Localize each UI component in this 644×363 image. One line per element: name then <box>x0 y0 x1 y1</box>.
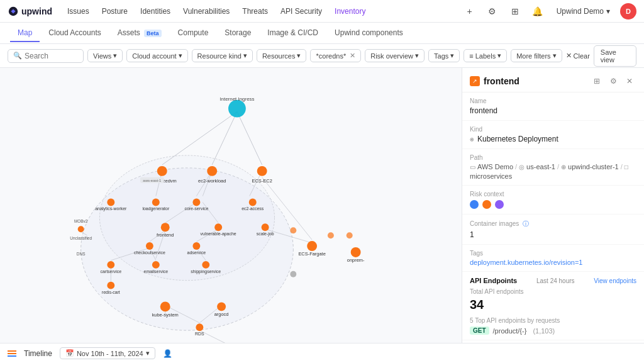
svg-point-61 <box>107 282 114 289</box>
svg-point-81 <box>290 271 296 277</box>
beta-badge: Beta <box>144 30 162 37</box>
menu-icon[interactable] <box>8 350 16 357</box>
search-input[interactable] <box>25 52 78 60</box>
svg-point-73 <box>351 247 361 257</box>
resource-kind-filter[interactable]: Resource kind ▾ <box>192 49 253 62</box>
panel-close-button[interactable]: ✕ <box>623 74 636 88</box>
svg-text:ec2-access: ec2-access <box>242 206 264 211</box>
main-content: Internet Ingress dockerizedvm ec2-worklo… <box>0 68 644 343</box>
avatar[interactable]: D <box>620 3 636 20</box>
tags-value: deployment.kubernetes.io/revision=1 <box>470 259 636 266</box>
tab-cloud-accounts[interactable]: Cloud Accounts <box>41 25 108 42</box>
detail-panel: ↗ frontend ⊞ ⚙ ✕ Name frontend Kind ⎈ Ku… <box>462 68 644 343</box>
svg-point-79 <box>290 227 296 233</box>
path-aws-demo: AWS Demo <box>477 163 513 170</box>
timeline-label: Timeline <box>24 349 52 358</box>
svg-point-29 <box>157 166 167 176</box>
panel-title: frontend <box>484 76 586 86</box>
svg-text:argocd: argocd <box>214 311 229 317</box>
tags-section: Tags deployment.kubernetes.io/revision=1 <box>462 245 644 272</box>
add-button[interactable]: + <box>461 3 479 20</box>
svg-text:vulnerable-apache: vulnerable-apache <box>201 232 236 237</box>
total-endpoints-section: Total API endpoints 34 <box>470 288 636 312</box>
path-cluster: upwind-cluster-1 <box>568 163 619 170</box>
svg-text:analytics-worker: analytics-worker <box>95 206 127 211</box>
nav-vulnerabilities[interactable]: Vulnerabilities <box>178 4 235 18</box>
account-button[interactable]: Upwind Demo ▾ <box>552 4 615 18</box>
tab-storage[interactable]: Storage <box>217 25 258 42</box>
method-badge: GET <box>470 327 489 335</box>
calendar-icon: 📅 <box>65 349 74 357</box>
svg-text:kube-system: kube-system <box>152 312 179 318</box>
user-icon: 👤 <box>163 349 172 358</box>
panel-settings-icon[interactable]: ⚙ <box>606 74 620 88</box>
svg-point-82 <box>328 232 334 238</box>
kind-section: Kind ⎈ Kubernetes Deployment <box>462 121 644 149</box>
bottom-bar: Timeline 📅 Nov 10th - 11th, 2024 ▾ 👤 <box>0 343 644 363</box>
menu-line-2 <box>8 353 16 354</box>
views-filter[interactable]: Views ▾ <box>87 49 123 62</box>
bell-icon[interactable]: 🔔 <box>529 3 547 20</box>
container-images-label: Container images ⓘ <box>470 220 636 228</box>
chevron-down-icon: ▾ <box>553 52 557 60</box>
info-icon: ⓘ <box>523 220 529 227</box>
svg-text:ECS-EC2: ECS-EC2 <box>252 178 272 184</box>
svg-text:Unclassified: Unclassified <box>70 236 92 240</box>
risk-dot-blue <box>470 200 479 209</box>
nav-posture[interactable]: Posture <box>97 4 133 18</box>
top-endpoints-label: 5 Top API endpoints by requests <box>470 317 636 324</box>
svg-text:aws-east-1: aws-east-1 <box>143 179 162 182</box>
risk-dot-purple <box>495 200 504 209</box>
tab-assets[interactable]: Assets Beta <box>110 25 169 42</box>
tab-upwind-components[interactable]: Upwind components <box>327 25 411 42</box>
svg-point-59 <box>202 261 209 269</box>
nav-identities[interactable]: Identities <box>135 4 175 18</box>
panel-link-icon[interactable]: ⊞ <box>590 74 604 88</box>
search-box[interactable]: 🔍 <box>8 49 84 63</box>
svg-point-47 <box>214 223 222 231</box>
logo-text: upwind <box>21 6 52 16</box>
container-images-value: 1 <box>470 230 636 239</box>
search-icon: 🔍 <box>13 52 22 60</box>
grid-icon[interactable]: ⊞ <box>506 3 524 20</box>
path-label: Path <box>470 154 636 161</box>
more-filters-button[interactable]: More filters ▾ <box>511 49 562 62</box>
panel-footer: Inspect resource Connections Baseline <box>462 340 644 343</box>
nav-issues[interactable]: Issues <box>62 4 94 18</box>
svg-text:shippingservice: shippingservice <box>191 269 221 274</box>
nav-threats[interactable]: Threats <box>237 4 273 18</box>
map-canvas[interactable]: Internet Ingress dockerizedvm ec2-worklo… <box>0 68 462 343</box>
path-row: ▭ AWS Demo / ◎ us-east-1 / ⊕ upwind-clus… <box>470 163 636 180</box>
svg-text:RDS: RDS <box>195 332 204 336</box>
account-label: Upwind Demo <box>557 7 604 16</box>
svg-point-3 <box>99 155 274 281</box>
api-title: API Endpoints <box>470 277 517 284</box>
nav-api-security[interactable]: API Security <box>275 4 327 18</box>
svg-point-65 <box>217 302 226 311</box>
labels-filter[interactable]: ≡ Labels ▾ <box>464 49 507 62</box>
clear-button[interactable]: ✕ Clear <box>566 52 590 60</box>
resources-filter[interactable]: Resources ▾ <box>257 49 307 62</box>
save-view-button[interactable]: Save view <box>594 45 636 67</box>
settings-icon[interactable]: ⚙ <box>484 3 501 20</box>
close-icon: ✕ <box>566 52 572 60</box>
svg-point-27 <box>228 100 246 118</box>
svg-text:Internet Ingress: Internet Ingress <box>219 96 254 102</box>
svg-text:cartservice: cartservice <box>101 269 122 274</box>
date-range-button[interactable]: 📅 Nov 10th - 11th, 2024 ▾ <box>60 347 155 359</box>
name-section: Name frontend <box>462 92 644 121</box>
tab-image-cicd[interactable]: Image & CI/CD <box>260 25 326 42</box>
tab-compute[interactable]: Compute <box>170 25 216 42</box>
cloud-account-filter[interactable]: Cloud account ▾ <box>126 49 187 62</box>
remove-tag-button[interactable]: ✕ <box>350 52 355 60</box>
risk-overview-filter[interactable]: Risk overview ▾ <box>365 49 425 62</box>
sub-nav: Map Cloud Accounts Assets Beta Compute S… <box>0 23 644 44</box>
path-icon-aws: ▭ <box>470 164 475 170</box>
nav-inventory[interactable]: Inventory <box>330 4 370 18</box>
tab-map[interactable]: Map <box>10 25 40 42</box>
svg-point-37 <box>107 199 114 206</box>
tags-filter[interactable]: Tags ▾ <box>428 49 460 62</box>
view-endpoints-link[interactable]: View endpoints <box>594 277 636 284</box>
svg-text:ECS-Fargate: ECS-Fargate <box>298 251 325 257</box>
svg-point-45 <box>161 223 170 232</box>
